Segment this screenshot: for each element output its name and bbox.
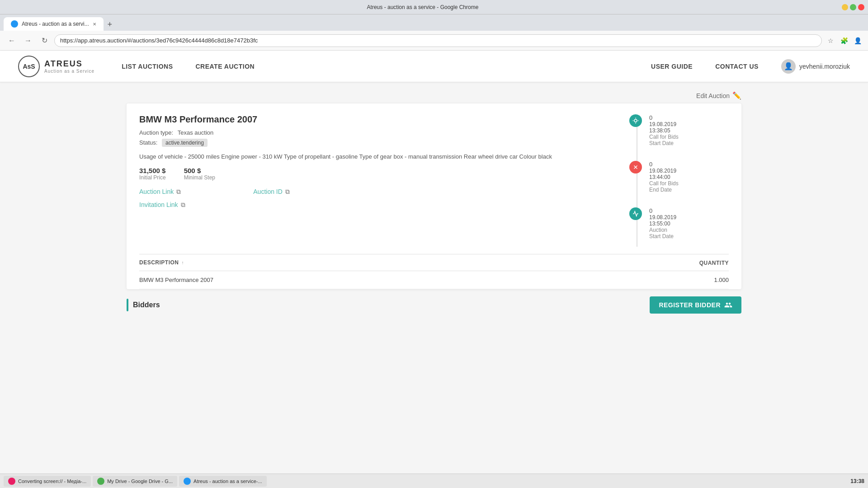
initial-price-label: Initial Price xyxy=(139,174,166,181)
timeline-item-0: 0 19.08.2019 13:38:05 Call for Bids Star… xyxy=(629,114,720,146)
logo-circle: AsS xyxy=(18,56,40,77)
svg-point-0 xyxy=(634,119,637,122)
edit-auction-label: Edit Auction xyxy=(696,92,730,99)
nav-list-auctions[interactable]: LIST AUCTIONS xyxy=(122,63,173,70)
bidders-title-row: Bidders xyxy=(127,299,160,311)
address-input[interactable] xyxy=(54,34,822,47)
auction-id-link[interactable]: Auction ID xyxy=(253,188,283,195)
auction-card: BMW M3 Performance 2007 Auction type: Te… xyxy=(127,103,741,289)
edit-auction-row: Edit Auction ✏️ xyxy=(127,91,741,100)
back-button[interactable]: ← xyxy=(5,34,18,47)
timeline-date-0: 19.08.2019 xyxy=(649,121,679,127)
register-bidder-label: REGISTER BIDDER xyxy=(659,301,721,309)
taskbar-item-0[interactable]: Converting screen:// - Медіа-... xyxy=(4,476,91,487)
description-col-label: DESCRIPTION xyxy=(139,259,179,266)
site-header: AsS ATREUS Auction as a Service LIST AUC… xyxy=(0,51,868,82)
minimal-step-label: Minimal Step xyxy=(184,174,215,181)
auction-type-value: Texas auction xyxy=(178,129,214,136)
invitation-row: Invitation Link ⧉ xyxy=(139,201,611,209)
main-area: Edit Auction ✏️ BMW M3 Performance 2007 … xyxy=(0,82,868,323)
taskbar-label-0: Converting screen:// - Медіа-... xyxy=(18,479,86,484)
maximize-button[interactable] xyxy=(850,4,856,10)
tab-close-button[interactable]: ✕ xyxy=(93,22,96,27)
quantity-col-label: QUANTITY xyxy=(699,260,729,266)
bidders-title: Bidders xyxy=(133,301,160,309)
logo-area: AsS ATREUS Auction as a Service xyxy=(18,56,94,77)
timeline-area: 0 19.08.2019 13:38:05 Call for Bids Star… xyxy=(620,114,729,254)
browser-address-bar: ← → ↻ ☆ 🧩 👤 xyxy=(0,31,868,51)
new-tab-button[interactable]: + xyxy=(104,18,116,31)
qty-col-header: QUANTITY xyxy=(675,259,729,266)
edit-auction-button[interactable]: Edit Auction ✏️ xyxy=(696,91,741,100)
nav-user-guide[interactable]: USER GUIDE xyxy=(651,63,693,70)
table-row: BMW M3 Performance 2007 1.000 xyxy=(139,271,729,289)
register-bidder-button[interactable]: REGISTER BIDDER xyxy=(650,296,741,314)
timeline-label1-2: Auction xyxy=(649,227,676,233)
user-avatar: 👤 xyxy=(781,59,796,74)
minimize-button[interactable] xyxy=(842,4,848,10)
initial-price-value: 31,500 $ xyxy=(139,167,166,174)
bidders-accent-bar xyxy=(127,299,128,311)
reload-button[interactable]: ↻ xyxy=(38,34,51,47)
register-bidder-icon xyxy=(724,301,732,309)
extensions-icon[interactable]: 🧩 xyxy=(839,36,849,46)
links-row: Auction Link ⧉ Auction ID ⧉ xyxy=(139,188,611,196)
bookmark-icon[interactable]: ☆ xyxy=(826,36,835,46)
copy-auction-id-icon[interactable]: ⧉ xyxy=(285,188,290,196)
bidders-section: Bidders REGISTER BIDDER xyxy=(127,296,741,314)
description-table: DESCRIPTION ↑ QUANTITY BMW M3 Performanc… xyxy=(139,254,729,289)
user-name: yevhenii.moroziuk xyxy=(799,63,850,70)
auction-title: BMW M3 Performance 2007 xyxy=(139,114,611,125)
tab-label: Atreus - auction as a servi... xyxy=(22,21,89,27)
user-area: 👤 yevhenii.moroziuk xyxy=(781,59,850,74)
taskbar-label-2: Atreus - auction as a service-... xyxy=(193,479,262,484)
taskbar: Converting screen:// - Медіа-... My Driv… xyxy=(0,474,868,488)
timeline-time-2: 13:55:00 xyxy=(649,221,676,227)
tab-favicon xyxy=(11,20,18,28)
active-tab[interactable]: Atreus - auction as a servi... ✕ xyxy=(4,17,104,31)
sort-icon[interactable]: ↑ xyxy=(182,260,184,265)
taskbar-right: 13:38 xyxy=(850,478,864,484)
nav-create-auction[interactable]: CREATE AUCTION xyxy=(195,63,255,70)
account-icon[interactable]: 👤 xyxy=(853,36,863,46)
logo-subtitle: Auction as a Service xyxy=(44,69,94,74)
auction-description: Usage of vehicle - 25000 miles Engine po… xyxy=(139,152,611,161)
address-icons: ☆ 🧩 👤 xyxy=(826,36,863,46)
timeline-dot-0 xyxy=(629,114,642,127)
timeline-label1-1: Call for Bids xyxy=(649,180,679,187)
auction-card-body: BMW M3 Performance 2007 Auction type: Te… xyxy=(139,114,729,254)
auction-status-row: Status: active.tendering xyxy=(139,139,611,147)
auction-id-group: Auction ID ⧉ xyxy=(253,188,290,196)
timeline-time-1: 13:44:00 xyxy=(649,174,679,180)
timeline-data-2: 0 19.08.2019 13:55:00 Auction Start Date xyxy=(649,207,676,239)
logo-title: ATREUS xyxy=(44,59,94,69)
taskbar-icon-2 xyxy=(184,478,191,485)
page-content: AsS ATREUS Auction as a Service LIST AUC… xyxy=(0,51,868,474)
minimal-step-item: 500 $ Minimal Step xyxy=(184,167,215,181)
minimal-step-value: 500 $ xyxy=(184,167,215,174)
taskbar-item-1[interactable]: My Drive - Google Drive - G... xyxy=(93,476,177,487)
timeline-count-0: 0 xyxy=(649,114,679,121)
auction-type-label: Auction type: xyxy=(139,129,173,136)
copy-invitation-icon[interactable]: ⧉ xyxy=(181,201,185,209)
invitation-link[interactable]: Invitation Link xyxy=(139,201,178,208)
nav-right: USER GUIDE CONTACT US 👤 yevhenii.moroziu… xyxy=(651,59,850,74)
forward-button[interactable]: → xyxy=(22,34,34,47)
system-clock: 13:38 xyxy=(850,478,864,484)
timeline-count-1: 0 xyxy=(649,161,679,168)
nav-contact-us[interactable]: CONTACT US xyxy=(715,63,759,70)
row-description: BMW M3 Performance 2007 xyxy=(139,277,675,283)
timeline-date-1: 19.08.2019 xyxy=(649,168,679,174)
timeline-dot-1 xyxy=(629,161,642,174)
nav-links: LIST AUCTIONS CREATE AUCTION xyxy=(122,63,651,70)
close-button[interactable] xyxy=(858,4,864,10)
table-header: DESCRIPTION ↑ QUANTITY xyxy=(139,254,729,271)
copy-auction-link-icon[interactable]: ⧉ xyxy=(176,188,181,196)
taskbar-item-2[interactable]: Atreus - auction as a service-... xyxy=(179,476,267,487)
auction-link[interactable]: Auction Link xyxy=(139,188,174,195)
timeline-data-0: 0 19.08.2019 13:38:05 Call for Bids Star… xyxy=(649,114,679,146)
price-row: 31,500 $ Initial Price 500 $ Minimal Ste… xyxy=(139,167,611,181)
timeline-time-0: 13:38:05 xyxy=(649,127,679,134)
auction-type-row: Auction type: Texas auction xyxy=(139,129,611,136)
timeline-item-1: 0 19.08.2019 13:44:00 Call for Bids End … xyxy=(629,161,720,193)
